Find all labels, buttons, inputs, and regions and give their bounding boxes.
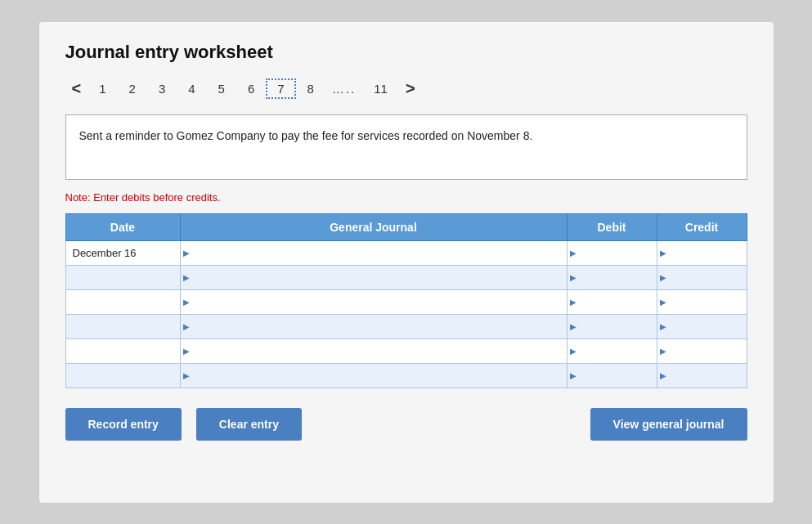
credit-cell-2[interactable] [657, 265, 747, 289]
table-row [65, 363, 747, 387]
page-2[interactable]: 2 [118, 78, 147, 99]
credit-input-1[interactable] [657, 241, 747, 265]
journal-cell-5[interactable] [180, 338, 567, 363]
date-input-2[interactable] [66, 266, 180, 289]
date-cell-2[interactable] [65, 265, 180, 289]
debit-input-3[interactable] [568, 290, 657, 314]
record-entry-button[interactable]: Record entry [65, 408, 182, 441]
page-7[interactable]: 7 [266, 78, 295, 99]
description-box: Sent a reminder to Gomez Company to pay … [65, 114, 747, 180]
debit-cell-6[interactable] [567, 363, 657, 387]
debit-cell-3[interactable] [567, 289, 657, 314]
journal-table: Date General Journal Debit Credit Decemb… [65, 213, 747, 388]
page-title: Journal entry worksheet [65, 42, 747, 63]
journal-cell-4[interactable] [180, 314, 567, 338]
credit-input-2[interactable] [657, 266, 747, 289]
journal-input-3[interactable] [181, 290, 567, 314]
date-input-6[interactable] [66, 364, 180, 387]
page-3[interactable]: 3 [147, 78, 177, 99]
credit-input-3[interactable] [657, 290, 747, 314]
journal-input-5[interactable] [181, 339, 567, 363]
journal-cell-1[interactable] [180, 240, 567, 265]
journal-input-6[interactable] [181, 364, 567, 387]
credit-cell-1[interactable] [657, 240, 747, 265]
date-cell-5[interactable] [65, 338, 180, 363]
note-text: Note: Enter debits before credits. [65, 191, 747, 204]
debit-cell-4[interactable] [567, 314, 657, 338]
header-credit: Credit [657, 213, 747, 240]
worksheet-container: Journal entry worksheet < 1 2 3 4 5 6 7 … [38, 21, 774, 504]
table-row [65, 289, 747, 314]
journal-input-1[interactable] [181, 241, 567, 265]
header-debit: Debit [567, 213, 657, 240]
table-row [65, 265, 747, 289]
date-input-3[interactable] [66, 290, 180, 314]
debit-input-2[interactable] [568, 266, 657, 289]
prev-button[interactable]: < [65, 78, 88, 100]
debit-cell-5[interactable] [567, 338, 657, 363]
credit-cell-6[interactable] [657, 363, 747, 387]
view-journal-button[interactable]: View general journal [590, 408, 747, 441]
table-row: December 16 [65, 240, 747, 265]
debit-input-5[interactable] [568, 339, 657, 363]
buttons-row: Record entry Clear entry View general jo… [65, 408, 747, 441]
date-cell-1: December 16 [65, 240, 180, 265]
page-dots: ….. [325, 78, 362, 99]
journal-cell-3[interactable] [180, 289, 567, 314]
journal-input-4[interactable] [181, 315, 567, 338]
next-button[interactable]: > [399, 78, 422, 100]
debit-cell-2[interactable] [567, 265, 657, 289]
page-4[interactable]: 4 [177, 78, 206, 99]
date-cell-6[interactable] [65, 363, 180, 387]
credit-input-6[interactable] [657, 364, 747, 387]
debit-input-1[interactable] [568, 241, 657, 265]
pagination: < 1 2 3 4 5 6 7 8 ….. 11 > [65, 78, 747, 100]
journal-input-2[interactable] [181, 266, 567, 289]
page-1[interactable]: 1 [87, 78, 117, 99]
page-6[interactable]: 6 [236, 78, 266, 99]
header-journal: General Journal [180, 213, 567, 240]
debit-input-6[interactable] [568, 364, 657, 387]
page-8[interactable]: 8 [296, 78, 325, 99]
date-input-4[interactable] [66, 315, 180, 338]
journal-cell-6[interactable] [180, 363, 567, 387]
credit-cell-4[interactable] [657, 314, 747, 338]
debit-input-4[interactable] [568, 315, 657, 338]
date-cell-4[interactable] [65, 314, 180, 338]
credit-cell-5[interactable] [657, 338, 747, 363]
page-5[interactable]: 5 [207, 78, 236, 99]
header-date: Date [65, 213, 180, 240]
date-input-5[interactable] [66, 339, 180, 363]
clear-entry-button[interactable]: Clear entry [196, 408, 302, 441]
table-row [65, 314, 747, 338]
debit-cell-1[interactable] [567, 240, 657, 265]
table-row [65, 338, 747, 363]
page-11[interactable]: 11 [362, 78, 399, 99]
credit-input-5[interactable] [657, 339, 747, 363]
date-cell-3[interactable] [65, 289, 180, 314]
credit-input-4[interactable] [657, 315, 747, 338]
credit-cell-3[interactable] [657, 289, 747, 314]
journal-cell-2[interactable] [180, 265, 567, 289]
